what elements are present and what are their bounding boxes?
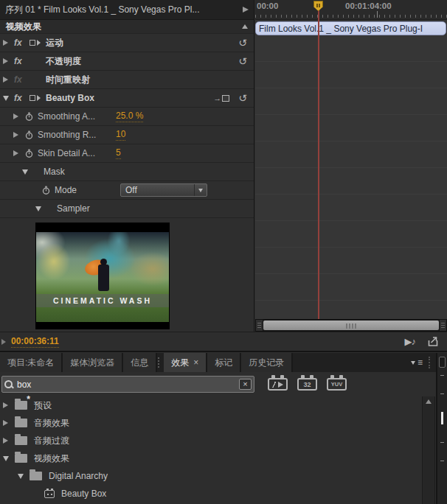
show-timeline-view-icon[interactable] [243, 7, 249, 13]
audio-meter-strip [436, 353, 447, 504]
expander-expanded-icon[interactable] [35, 206, 46, 211]
scrollbar-right-cap[interactable] [439, 320, 446, 331]
arrow-icon: → [213, 94, 221, 102]
expander-expanded-icon[interactable] [22, 169, 33, 175]
expander-expanded-icon[interactable] [3, 456, 15, 461]
tree-item-video-effects[interactable]: 视频效果 [0, 449, 422, 467]
expander-expanded-icon[interactable] [3, 96, 14, 101]
tab-media-browser[interactable]: 媒体浏览器 [63, 353, 123, 372]
stopwatch-icon[interactable] [24, 112, 34, 122]
folder-icon [15, 419, 27, 427]
tree-item-presets[interactable]: 预设 [0, 396, 422, 414]
expander-icon[interactable] [3, 40, 14, 46]
expander-expanded-icon[interactable] [18, 474, 30, 479]
expander-icon[interactable] [3, 438, 15, 444]
export-frame-icon[interactable] [427, 336, 440, 347]
reset-effect-icon[interactable]: ↺ [238, 38, 247, 47]
tab-markers[interactable]: 标记 [207, 353, 241, 372]
expander-icon[interactable] [3, 402, 15, 408]
mode-dropdown[interactable]: Off [120, 183, 207, 197]
meter-tick [440, 393, 444, 394]
effect-name[interactable]: 运动 [46, 37, 63, 49]
expander-icon[interactable] [3, 58, 14, 64]
effect-name[interactable]: 时间重映射 [46, 74, 90, 86]
param-row-smoothing-radius: Smoothing R... 10 [0, 126, 254, 144]
sampler-video-frame: CINEMATIC WASH [36, 232, 169, 322]
meter-button[interactable] [439, 357, 446, 368]
setup-dialog-icon[interactable]: → [213, 94, 229, 102]
time-ruler[interactable]: 00:00 00:01:04:00 [255, 0, 447, 20]
scrollbar-left-cap[interactable] [256, 320, 263, 331]
timeline-clip-bar[interactable]: Film Looks Vol.1 _ Sony Vegas Pro Plug-I [255, 21, 446, 35]
expander-icon[interactable] [3, 420, 15, 426]
fx-badge-icon[interactable]: fx [14, 56, 30, 66]
param-group-label: Sampler [57, 203, 90, 214]
play-audio-icon[interactable]: ▶♪ [405, 336, 416, 347]
search-icon [4, 379, 14, 390]
video-effects-section-title: 视频效果 [6, 21, 41, 33]
accelerated-effects-filter-icon[interactable] [268, 378, 288, 391]
stopwatch-icon[interactable] [41, 186, 51, 195]
current-timecode[interactable]: 00:00:36:11 [11, 336, 59, 348]
param-row-skin-detail: Skin Detail A... 5 [0, 144, 254, 163]
tab-info[interactable]: 信息 [123, 353, 157, 372]
tab-history[interactable]: 历史记录 [241, 353, 293, 372]
effect-filter-buttons: 32 YUV [268, 378, 347, 391]
scroll-up-icon[interactable] [426, 399, 432, 404]
effect-row-beauty-box: fx Beauty Box → ↺ [0, 89, 254, 108]
close-tab-icon[interactable]: × [193, 357, 198, 368]
sampler-preview-image[interactable]: CINEMATIC WASH [35, 223, 170, 329]
tree-item-label: Beauty Box [61, 489, 106, 499]
panel-menu-icon[interactable]: ≡ [405, 353, 429, 372]
effect-row-time-remap: fx 时间重映射 [0, 71, 254, 89]
expander-icon[interactable] [13, 132, 24, 138]
meter-tick [440, 461, 444, 461]
search-input[interactable] [14, 379, 239, 390]
effect-name[interactable]: 不透明度 [46, 55, 81, 68]
param-value[interactable]: 25.0 % [116, 111, 143, 122]
stopwatch-icon[interactable] [24, 149, 34, 158]
tab-effects[interactable]: 效果 × [164, 353, 207, 372]
yuv-effects-filter-icon[interactable]: YUV [327, 378, 347, 391]
search-box[interactable]: × [1, 376, 254, 393]
tree-item-beauty-box[interactable]: Beauty Box [0, 485, 422, 503]
scrollbar-thumb[interactable] [263, 321, 439, 330]
effect-plugin-icon [44, 490, 55, 498]
effect-timeline-panel: 00:00 00:01:04:00 Film Looks Vol.1 _ Son… [255, 0, 447, 332]
vertical-scrollbar[interactable] [422, 396, 435, 504]
32bit-color-filter-icon[interactable]: 32 [297, 378, 317, 391]
dropdown-arrow-icon[interactable] [194, 184, 207, 196]
fx-badge-icon[interactable]: fx [14, 38, 30, 48]
panel-drag-grip[interactable] [158, 357, 162, 368]
tree-item-label: 视频效果 [34, 452, 69, 465]
horizontal-scrollbar[interactable] [255, 319, 447, 332]
param-value[interactable]: 10 [116, 129, 125, 141]
collapse-section-icon[interactable] [242, 24, 248, 29]
folder-icon [15, 454, 27, 463]
effect-controls-header: 序列 01 * Film Looks Vol.1 _ Sony Vegas Pr… [0, 0, 254, 20]
tree-item-digital-anarchy[interactable]: Digital Anarchy [0, 467, 422, 485]
effect-name[interactable]: Beauty Box [46, 93, 94, 103]
tree-item-audio-effects[interactable]: 音频效果 [0, 414, 422, 432]
param-row-smoothing-amount: Smoothing A... 25.0 % [0, 108, 254, 126]
fx-badge-disabled-icon[interactable]: fx [14, 74, 30, 85]
clear-search-icon[interactable]: × [239, 379, 252, 390]
stopwatch-icon[interactable] [24, 130, 34, 140]
param-row-mask: Mask [0, 163, 254, 181]
fx-badge-icon[interactable]: fx [14, 93, 30, 103]
expander-icon[interactable] [13, 150, 24, 156]
meter-tick [440, 442, 444, 443]
tab-project[interactable]: 项目:未命名 [0, 353, 63, 372]
panel-edge-grip[interactable] [429, 357, 434, 368]
effect-row-opacity: fx 不透明度 ↺ [0, 52, 254, 71]
sequence-clip-title: 序列 01 * Film Looks Vol.1 _ Sony Vegas Pr… [5, 4, 243, 16]
expander-icon[interactable] [3, 77, 14, 83]
param-row-mode: Mode Off [0, 181, 254, 200]
folder-icon [15, 436, 27, 445]
reset-effect-icon[interactable]: ↺ [238, 57, 247, 66]
param-value[interactable]: 5 [116, 147, 121, 159]
tree-item-audio-transitions[interactable]: 音频过渡 [0, 432, 422, 449]
reset-effect-icon[interactable]: ↺ [238, 94, 247, 102]
video-effects-section-header: 视频效果 [0, 20, 254, 34]
expander-icon[interactable] [13, 113, 24, 119]
